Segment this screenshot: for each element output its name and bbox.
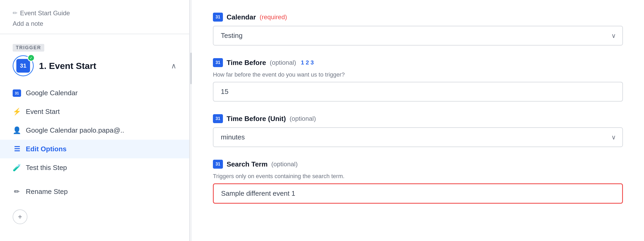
sidebar-item-label: Event Start — [26, 108, 60, 116]
trigger-section: TRIGGER 31 ✓ 1. Event Start ∧ — [0, 34, 189, 84]
label-text: Calendar — [227, 13, 256, 21]
flask-icon: 🧪 — [13, 164, 21, 172]
label-text: Time Before — [227, 59, 266, 67]
time-before-input[interactable] — [213, 82, 623, 102]
sidebar-item-account[interactable]: 👤 Google Calendar paolo.papa@.. — [0, 121, 189, 140]
field-search-term: 31 Search Term (optional) Triggers only … — [213, 160, 623, 204]
calendar-small-icon: 31 — [13, 89, 21, 97]
sidebar-item-edit-options[interactable]: ☰ Edit Options — [0, 140, 189, 158]
plus-icon: + — [18, 213, 22, 221]
sidebar: ✏ Event Start Guide Add a note TRIGGER 3… — [0, 0, 190, 241]
sidebar-header: ✏ Event Start Guide Add a note — [0, 9, 189, 34]
breadcrumb: ✏ Event Start Guide — [13, 9, 177, 17]
search-term-field-icon: 31 — [213, 160, 223, 169]
sidebar-item-label: Edit Options — [26, 145, 67, 153]
time-before-field-icon: 31 — [213, 58, 223, 67]
sidebar-item-test-step[interactable]: 🧪 Test this Step — [0, 158, 189, 177]
scroll-thumb — [190, 53, 192, 84]
search-term-input[interactable] — [213, 183, 623, 204]
add-step-button[interactable]: + — [13, 209, 27, 224]
sidebar-item-label: Rename Step — [26, 188, 68, 196]
label-text: Time Before (Unit) — [227, 115, 286, 123]
field-calendar: 31 Calendar (required) Testing ∨ — [213, 13, 623, 46]
field-time-before-unit: 31 Time Before (Unit) (optional) minutes… — [213, 114, 623, 147]
add-note-label[interactable]: Add a note — [13, 20, 177, 27]
label-optional: (optional) — [271, 160, 298, 168]
sidebar-item-rename-step[interactable]: ✏ Rename Step — [0, 182, 189, 201]
label-required: (required) — [260, 13, 287, 21]
sidebar-scrollbar[interactable] — [190, 0, 192, 241]
label-optional: (optional) — [290, 115, 316, 122]
time-before-unit-field-icon: 31 — [213, 114, 223, 123]
field-hint-time-before: How far before the event do you want us … — [213, 71, 623, 78]
sidebar-item-google-calendar[interactable]: 31 Google Calendar — [0, 84, 189, 102]
chevron-up-icon[interactable]: ∧ — [171, 62, 177, 70]
trigger-badge: TRIGGER — [13, 44, 44, 52]
field-label-time-before: 31 Time Before (optional) 1 2 3 — [213, 58, 623, 67]
time-before-unit-value: minutes — [213, 128, 622, 147]
sidebar-item-event-start[interactable]: ⚡ Event Start — [0, 102, 189, 121]
field-label-calendar: 31 Calendar (required) — [213, 13, 623, 22]
sidebar-item-label: Google Calendar — [26, 89, 78, 97]
calendar-field-icon: 31 — [213, 13, 223, 22]
step-number: 31 — [20, 62, 26, 69]
check-badge: ✓ — [27, 54, 35, 62]
label-optional: (optional) — [270, 59, 296, 66]
step-menu: 31 Google Calendar ⚡ Event Start 👤 Googl… — [0, 84, 189, 201]
label-text: Search Term — [227, 160, 268, 168]
sidebar-item-label: Test this Step — [26, 164, 67, 172]
field-label-time-before-unit: 31 Time Before (Unit) (optional) — [213, 114, 623, 123]
field-hint-search-term: Triggers only on events containing the s… — [213, 173, 623, 180]
pencil-icon: ✏ — [13, 10, 17, 17]
main-panel: 31 Calendar (required) Testing ∨ 31 Time… — [192, 0, 644, 241]
time-before-unit-select[interactable]: minutes ∨ — [213, 127, 623, 147]
field-time-before: 31 Time Before (optional) 1 2 3 How far … — [213, 58, 623, 102]
calendar-icon-box: 31 — [16, 59, 30, 73]
breadcrumb-label: Event Start Guide — [20, 9, 70, 17]
step-header: 31 ✓ 1. Event Start ∧ — [13, 55, 177, 76]
bolt-icon: ⚡ — [13, 108, 21, 116]
sidebar-item-label: Google Calendar paolo.papa@.. — [26, 126, 124, 134]
label-numbers: 1 2 3 — [301, 59, 314, 66]
step-icon-wrapper: 31 ✓ — [13, 55, 34, 76]
lines-icon: ☰ — [13, 145, 21, 153]
step-title: 1. Event Start — [39, 61, 96, 71]
calendar-select[interactable]: Testing ∨ — [213, 26, 623, 46]
field-label-search-term: 31 Search Term (optional) — [213, 160, 623, 169]
user-icon: 👤 — [13, 126, 21, 134]
calendar-value: Testing — [213, 26, 622, 45]
step-title-row: 31 ✓ 1. Event Start — [13, 55, 96, 76]
pencil-small-icon: ✏ — [13, 188, 21, 196]
